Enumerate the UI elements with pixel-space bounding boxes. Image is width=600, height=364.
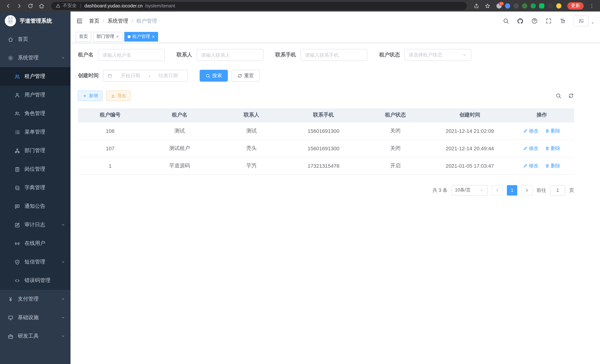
breadcrumb: 首页 / 系统管理 / 租户管理	[89, 18, 157, 24]
sidebar-item-dict-mgmt[interactable]: 字典管理	[0, 178, 71, 197]
page-1-button[interactable]: 1	[507, 185, 517, 195]
help-icon[interactable]	[531, 18, 538, 24]
sidebar-item-role-mgmt[interactable]: 角色管理	[0, 104, 71, 123]
browser-toolbar: 不安全 dashboard.yudao.iocoder.cn /system/t…	[0, 0, 600, 11]
chevron-down-icon	[61, 297, 65, 301]
prev-page-button[interactable]	[492, 185, 503, 195]
tag-home[interactable]: 首页	[76, 32, 91, 41]
phone-label: 联系手机	[275, 52, 296, 58]
browser-menu-button[interactable]	[587, 1, 596, 10]
sidebar-item-notice[interactable]: 通知公告	[0, 197, 71, 215]
close-icon[interactable]: ×	[152, 34, 155, 39]
breadcrumb-item-home[interactable]: 首页	[89, 18, 99, 24]
extension-icon-5[interactable]	[531, 3, 536, 8]
calendar-icon	[107, 73, 112, 78]
cell-actions: 修改删除	[509, 140, 574, 157]
sidebar-item-menu-mgmt[interactable]: 菜单管理	[0, 123, 71, 141]
font-size-icon[interactable]	[560, 18, 566, 24]
extension-icon-7[interactable]	[548, 3, 553, 8]
sidebar-item-sms-mgmt[interactable]: 短信管理	[0, 253, 71, 271]
sidebar-item-home[interactable]: 首页	[0, 30, 71, 49]
breadcrumb-item-system[interactable]: 系统管理	[107, 18, 128, 24]
github-icon[interactable]	[517, 18, 524, 24]
browser-forward-button[interactable]	[15, 1, 24, 10]
sidebar-item-online-user[interactable]: 在线用户	[0, 234, 71, 253]
status-field: 租户状态 请选择租户状态	[379, 49, 471, 61]
profile-avatar-icon[interactable]	[556, 3, 562, 8]
sidebar-item-audit-log[interactable]: 审计日志	[0, 215, 71, 234]
extension-icon-1[interactable]: 10	[497, 3, 502, 8]
browser-update-button[interactable]: 更新	[567, 2, 584, 9]
cell-contact: 秃头	[217, 140, 286, 157]
sidebar-item-payment-mgmt[interactable]: 支付管理	[0, 290, 71, 308]
url-divider	[80, 3, 81, 8]
delete-link[interactable]: 删除	[545, 162, 560, 169]
delete-link[interactable]: 删除	[545, 127, 560, 134]
page-size-select[interactable]: 10条/页	[451, 185, 488, 195]
cell-status: 开启	[361, 157, 430, 174]
goto-page-unit: 页	[569, 187, 574, 194]
share-button[interactable]	[472, 1, 481, 10]
end-date-placeholder: 结束日期	[153, 72, 184, 79]
tenant-name-input[interactable]	[98, 49, 165, 61]
edit-link[interactable]: 修改	[523, 145, 538, 152]
goto-label: 前往	[536, 187, 546, 194]
sidebar-item-infrastructure[interactable]: 基础设施	[0, 308, 71, 327]
app-logo-row[interactable]: 芋道管理系统	[0, 11, 71, 30]
date-range-picker[interactable]: 开始日期 - 结束日期	[103, 70, 188, 82]
fullscreen-icon[interactable]	[545, 18, 552, 24]
user-icon	[14, 92, 20, 98]
extension-icon-3[interactable]	[514, 3, 519, 8]
badge-icon	[14, 166, 20, 172]
chevron-down-icon	[462, 52, 467, 57]
extension-icon-6[interactable]	[539, 3, 544, 8]
phone-input[interactable]	[300, 49, 367, 61]
refresh-table-button[interactable]	[568, 93, 574, 99]
filter-row-1: 租户名 联系人 联系手机 租户状态 请选择租户状态	[78, 49, 574, 61]
sidebar-item-dept-mgmt[interactable]: 部门管理	[0, 141, 71, 160]
edit-link[interactable]: 修改	[523, 127, 538, 134]
delete-icon	[545, 163, 550, 168]
export-button[interactable]: 导出	[106, 91, 131, 101]
security-label: 不安全	[63, 3, 77, 9]
goto-page-input[interactable]	[550, 185, 565, 195]
browser-home-button[interactable]	[37, 1, 46, 10]
close-icon[interactable]: ×	[116, 34, 119, 39]
tag-dept-mgmt[interactable]: 部门管理 ×	[93, 32, 122, 41]
cell-actions: 修改删除	[509, 122, 574, 140]
browser-reload-button[interactable]	[26, 1, 35, 10]
extension-icon-2[interactable]	[505, 3, 510, 8]
status-select[interactable]: 请选择租户状态	[404, 49, 471, 61]
org-tree-icon	[14, 148, 20, 153]
table-row: 107 测试租户 秃头 15601691300 关闭 2021-12-14 20…	[78, 140, 574, 157]
next-page-button[interactable]	[521, 185, 533, 195]
sidebar-toggle-button[interactable]	[76, 18, 83, 25]
sidebar-item-user-mgmt[interactable]: 用户管理	[0, 86, 71, 104]
reset-button[interactable]: 重置	[232, 70, 260, 82]
search-icon[interactable]	[503, 18, 509, 24]
user-avatar-menu[interactable]	[574, 16, 594, 26]
search-button[interactable]: 搜索	[200, 70, 228, 82]
tag-tenant-mgmt[interactable]: 租户管理 ×	[124, 32, 158, 41]
contact-input[interactable]	[197, 49, 263, 61]
column-header-status: 租户状态	[361, 108, 430, 122]
delete-link[interactable]: 删除	[545, 145, 560, 152]
url-bar[interactable]: 不安全 dashboard.yudao.iocoder.cn /system/t…	[51, 2, 467, 10]
contact-label: 联系人	[177, 52, 192, 58]
sidebar-item-post-mgmt[interactable]: 岗位管理	[0, 160, 71, 178]
bookmark-star-button[interactable]	[483, 1, 492, 10]
add-button[interactable]: 新增	[78, 91, 103, 101]
extension-icon-4[interactable]	[522, 3, 527, 8]
table-row: 1 芋道源码 芋艿 17321315478 开启 2021-01-05 17:0…	[78, 157, 574, 174]
edit-link[interactable]: 修改	[523, 162, 538, 169]
breadcrumb-item-tenant: 租户管理	[136, 18, 157, 24]
toggle-search-button[interactable]	[555, 93, 562, 99]
url-path: /system/tenant	[145, 3, 175, 8]
edit-icon	[523, 129, 528, 133]
cell-tenant-id: 1	[78, 157, 142, 174]
sidebar-item-tenant-mgmt[interactable]: 租户管理	[0, 67, 71, 86]
sidebar-item-error-code-mgmt[interactable]: 错误码管理	[0, 271, 71, 290]
sidebar-item-dev-tools[interactable]: 研发工具	[0, 327, 71, 345]
browser-back-button[interactable]	[4, 1, 13, 10]
sidebar-item-system-mgmt[interactable]: 系统管理	[0, 49, 71, 67]
